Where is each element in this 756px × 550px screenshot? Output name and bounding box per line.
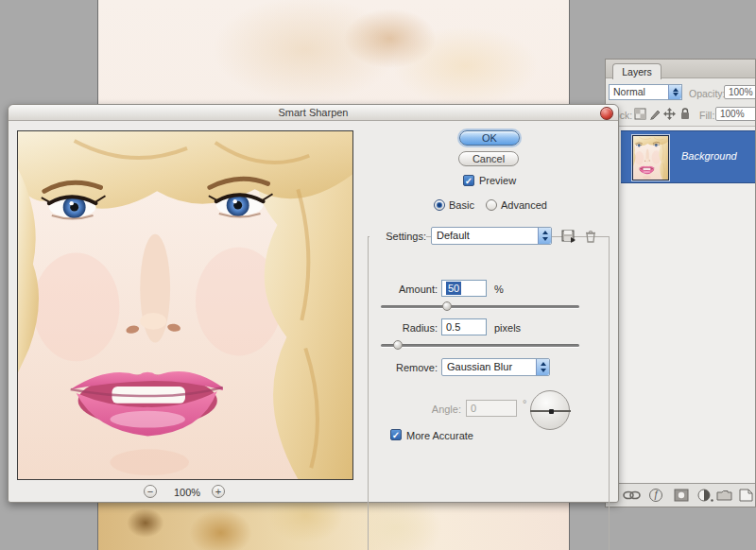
- amount-slider[interactable]: [381, 305, 579, 308]
- angle-input: 0: [466, 400, 517, 417]
- basic-radio[interactable]: [434, 199, 445, 211]
- check-glyph: ✓: [392, 430, 400, 440]
- sharpen-preview[interactable]: [17, 130, 353, 480]
- layer-name: Background: [681, 150, 737, 162]
- amount-value: 50: [446, 282, 461, 295]
- amount-input[interactable]: 50: [441, 280, 487, 297]
- radius-unit: pixels: [494, 322, 521, 334]
- advanced-radio[interactable]: [486, 199, 497, 211]
- fill-input[interactable]: 100%: [715, 107, 756, 121]
- more-accurate-checkbox[interactable]: ✓: [390, 429, 402, 440]
- more-accurate-label: More Accurate: [406, 430, 473, 441]
- dialog-titlebar[interactable]: Smart Sharpen: [9, 105, 618, 121]
- smart-sharpen-dialog: Smart Sharpen − 100% + OK Cancel ✓ Previ…: [8, 104, 619, 503]
- fx-glyph: ƒ: [653, 490, 659, 500]
- radius-value: 0.5: [446, 321, 460, 333]
- remove-select[interactable]: Gaussian Blur: [441, 358, 550, 376]
- blend-mode-select[interactable]: Normal: [609, 84, 682, 100]
- settings-select[interactable]: Default: [431, 227, 552, 245]
- blend-mode-row: Normal Opacity: 100%: [606, 82, 755, 105]
- adjustment-layer-icon[interactable]: [697, 489, 713, 502]
- link-layers-icon[interactable]: [623, 489, 642, 502]
- zoom-out-glyph: −: [147, 486, 153, 497]
- zoom-in-glyph: +: [215, 486, 221, 497]
- advanced-radio-label: Advanced: [501, 199, 547, 211]
- radius-input[interactable]: 0.5: [441, 318, 487, 335]
- stepper-icon[interactable]: [538, 228, 551, 244]
- zoom-out-icon[interactable]: −: [144, 485, 157, 498]
- radius-slider[interactable]: [381, 344, 579, 347]
- photoshop-workspace: { "dialog": { "title": "Smart Sharpen", …: [0, 0, 756, 550]
- new-group-icon[interactable]: [716, 489, 732, 502]
- cancel-button[interactable]: Cancel: [458, 151, 519, 166]
- settings-value: Default: [437, 230, 470, 241]
- lock-transparency-icon[interactable]: [634, 108, 646, 120]
- basic-radio-label: Basic: [449, 199, 474, 211]
- ok-button[interactable]: OK: [459, 130, 520, 146]
- angle-label: Angle:: [387, 404, 461, 415]
- opacity-input[interactable]: 100%: [724, 85, 756, 99]
- lock-position-icon[interactable]: [663, 108, 676, 120]
- remove-label: Remove:: [349, 362, 438, 373]
- new-layer-icon[interactable]: [739, 489, 753, 502]
- angle-unit: °: [523, 398, 526, 409]
- tab-layers[interactable]: Layers: [612, 63, 662, 79]
- lock-row: Lock: Fill: 100%: [606, 105, 755, 128]
- layer-mask-icon[interactable]: [674, 489, 689, 502]
- radius-slider-thumb[interactable]: [393, 340, 403, 350]
- angle-dial-dot: [549, 409, 554, 414]
- lock-all-icon[interactable]: [679, 107, 691, 120]
- zoom-in-icon[interactable]: +: [212, 485, 225, 498]
- amount-label: Amount:: [349, 284, 438, 295]
- layer-thumbnail[interactable]: [632, 135, 669, 180]
- layer-style-icon[interactable]: ƒ: [649, 489, 662, 502]
- layers-panel: Layers Normal Opacity: 100% Lock: Fill: …: [605, 59, 756, 507]
- radius-label: Radius:: [349, 322, 438, 334]
- stepper-icon[interactable]: [536, 359, 549, 375]
- fill-label: Fill:: [699, 110, 714, 121]
- layers-panel-bottombar: ƒ: [606, 483, 755, 507]
- save-preset-icon[interactable]: [561, 229, 577, 244]
- stepper-icon[interactable]: [668, 85, 681, 99]
- amount-unit: %: [494, 284, 504, 295]
- opacity-label: Opacity:: [689, 88, 726, 99]
- settings-label: Settings:: [369, 231, 426, 242]
- check-glyph: ✓: [465, 176, 472, 186]
- angle-value: 0: [471, 403, 476, 414]
- remove-value: Gaussian Blur: [447, 361, 512, 372]
- layer-list: Background: [606, 126, 755, 485]
- close-icon[interactable]: [600, 107, 613, 120]
- zoom-level: 100%: [174, 487, 200, 498]
- preview-checkbox[interactable]: ✓: [463, 175, 474, 186]
- preview-checkbox-label: Preview: [479, 175, 516, 186]
- lock-paint-icon[interactable]: [649, 108, 662, 120]
- dialog-title: Smart Sharpen: [279, 107, 349, 118]
- blend-mode-value: Normal: [613, 86, 645, 97]
- delete-preset-icon[interactable]: [584, 229, 597, 244]
- layer-row-background[interactable]: Background: [621, 130, 756, 183]
- angle-dial[interactable]: [530, 390, 570, 430]
